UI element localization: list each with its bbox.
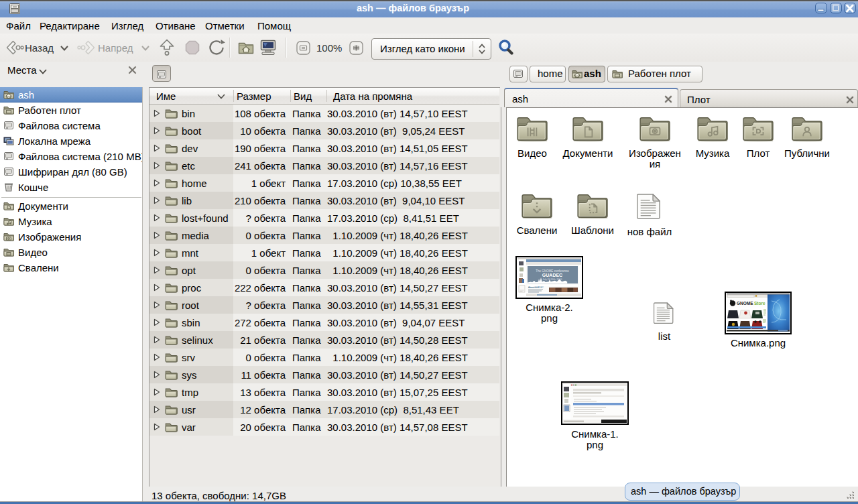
svg-text:About GUADEC: About GUADEC [528, 286, 544, 289]
svg-text:GNOME: GNOME [737, 301, 753, 306]
svg-text:Store: Store [754, 301, 765, 306]
svg-text:GUADEC: GUADEC [542, 273, 562, 277]
